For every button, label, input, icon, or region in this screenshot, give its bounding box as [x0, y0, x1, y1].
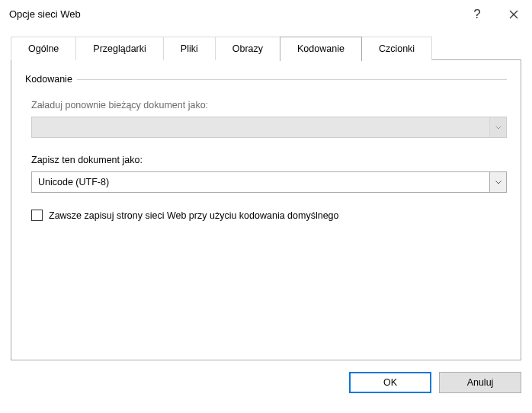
tab-fonts[interactable]: Czcionki	[361, 37, 432, 60]
reload-select	[31, 117, 507, 138]
tab-browsers[interactable]: Przeglądarki	[75, 37, 163, 60]
cancel-button[interactable]: Anuluj	[439, 372, 521, 393]
tab-panel: Kodowanie Załaduj ponownie bieżący dokum…	[11, 59, 521, 360]
ok-button[interactable]: OK	[349, 372, 431, 393]
help-button[interactable]: ?	[459, 0, 495, 28]
group-divider	[77, 79, 507, 80]
window-title: Opcje sieci Web	[9, 8, 459, 20]
tab-images[interactable]: Obrazy	[215, 37, 280, 60]
reload-label: Załaduj ponownie bieżący dokument jako:	[31, 100, 507, 110]
reload-select-arrow	[489, 117, 506, 137]
default-encoding-checkbox-row[interactable]: Zawsze zapisuj strony sieci Web przy uży…	[31, 210, 507, 221]
tab-general[interactable]: Ogólne	[11, 37, 76, 60]
tab-encoding[interactable]: Kodowanie	[280, 37, 362, 61]
chevron-down-icon	[495, 126, 502, 130]
chevron-down-icon	[495, 181, 502, 184]
tab-files[interactable]: Pliki	[163, 37, 216, 60]
close-button[interactable]	[495, 0, 532, 28]
save-select-value: Unicode (UTF-8)	[32, 172, 489, 192]
default-encoding-checkbox[interactable]	[31, 210, 43, 221]
group-label: Kodowanie	[25, 74, 72, 85]
save-label: Zapisz ten dokument jako:	[31, 155, 507, 165]
titlebar: Opcje sieci Web ?	[0, 0, 532, 29]
save-select[interactable]: Unicode (UTF-8)	[31, 171, 507, 193]
reload-select-value	[32, 117, 489, 137]
content-area: Ogólne Przeglądarki Pliki Obrazy Kodowan…	[0, 29, 532, 361]
titlebar-controls: ?	[459, 0, 532, 28]
default-encoding-label: Zawsze zapisuj strony sieci Web przy uży…	[49, 210, 339, 221]
save-select-arrow[interactable]	[489, 172, 506, 192]
close-icon	[509, 10, 518, 19]
tabs: Ogólne Przeglądarki Pliki Obrazy Kodowan…	[11, 37, 521, 60]
group-header: Kodowanie	[25, 74, 507, 85]
footer: OK Anuluj	[0, 361, 532, 393]
